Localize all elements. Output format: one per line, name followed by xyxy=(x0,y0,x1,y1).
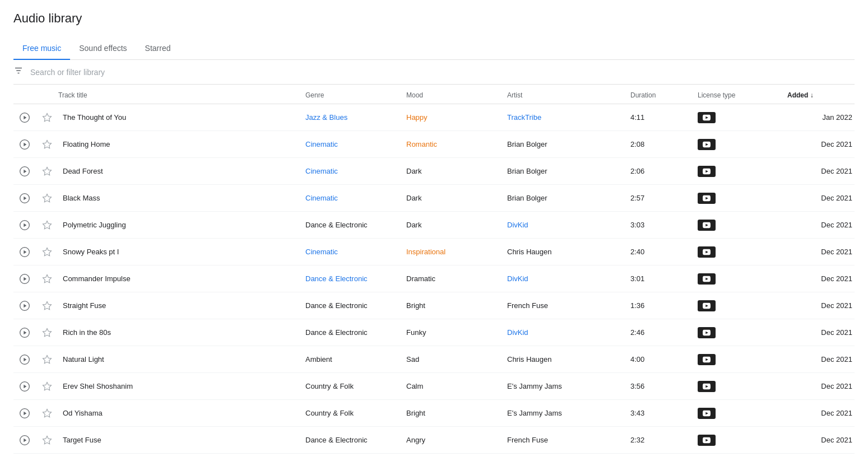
youtube-badge xyxy=(698,220,716,231)
track-title: Erev Shel Shoshanim xyxy=(58,382,305,390)
table-row: Commander Impulse Dance & Electronic Dra… xyxy=(13,265,855,292)
star-button[interactable] xyxy=(36,193,58,203)
star-button[interactable] xyxy=(36,328,58,338)
track-genre[interactable]: Cinematic xyxy=(305,248,406,256)
track-artist[interactable]: DivKid xyxy=(507,274,630,283)
table-row: Od Yishama Country & Folk Bright E's Jam… xyxy=(13,400,855,427)
play-button[interactable] xyxy=(13,220,36,231)
track-title: Straight Fuse xyxy=(58,301,305,310)
track-genre[interactable]: Cinematic xyxy=(305,194,406,202)
track-artist: French Fuse xyxy=(507,436,630,444)
svg-marker-23 xyxy=(43,274,52,282)
search-bar xyxy=(13,60,855,85)
track-genre[interactable]: Dance & Electronic xyxy=(305,274,406,283)
play-button[interactable] xyxy=(13,327,36,338)
track-added-date: Dec 2021 xyxy=(787,382,855,390)
table-row: The Thought of You Jazz & Blues Happy Tr… xyxy=(13,104,855,131)
track-mood: Bright xyxy=(406,301,507,310)
star-button[interactable] xyxy=(36,355,58,365)
play-button[interactable] xyxy=(13,166,36,177)
track-genre: Country & Folk xyxy=(305,409,406,417)
track-artist[interactable]: DivKid xyxy=(507,328,630,337)
svg-marker-41 xyxy=(43,436,52,444)
track-duration: 2:08 xyxy=(630,140,698,148)
track-added-date: Dec 2021 xyxy=(787,328,855,337)
track-added-date: Dec 2021 xyxy=(787,167,855,175)
tracks-list: The Thought of You Jazz & Blues Happy Tr… xyxy=(13,104,855,454)
search-input[interactable] xyxy=(30,68,855,77)
track-genre: Dance & Electronic xyxy=(305,436,406,444)
youtube-badge xyxy=(698,139,716,150)
star-button[interactable] xyxy=(36,408,58,418)
svg-marker-11 xyxy=(43,167,52,175)
star-button[interactable] xyxy=(36,301,58,311)
svg-marker-31 xyxy=(24,357,26,361)
play-button[interactable] xyxy=(13,246,36,258)
track-duration: 3:56 xyxy=(630,382,698,390)
track-added-date: Dec 2021 xyxy=(787,301,855,310)
track-license xyxy=(698,408,787,419)
tab-starred[interactable]: Starred xyxy=(136,37,180,59)
track-duration: 2:06 xyxy=(630,167,698,175)
table-row: Target Fuse Dance & Electronic Angry Fre… xyxy=(13,427,855,454)
track-artist[interactable]: TrackTribe xyxy=(507,113,630,122)
track-title: Natural Light xyxy=(58,355,305,364)
track-artist: Brian Bolger xyxy=(507,140,630,148)
svg-marker-37 xyxy=(24,411,26,415)
track-artist[interactable]: DivKid xyxy=(507,221,630,229)
star-button[interactable] xyxy=(36,274,58,284)
track-genre: Country & Folk xyxy=(305,382,406,390)
track-title: Rich in the 80s xyxy=(58,328,305,337)
track-duration: 4:11 xyxy=(630,113,698,122)
track-genre[interactable]: Jazz & Blues xyxy=(305,113,406,122)
track-mood: Funky xyxy=(406,328,507,337)
track-artist: E's Jammy Jams xyxy=(507,409,630,417)
star-button[interactable] xyxy=(36,113,58,123)
track-genre: Dance & Electronic xyxy=(305,301,406,310)
track-mood: Dark xyxy=(406,167,507,175)
play-button[interactable] xyxy=(13,112,36,123)
play-button[interactable] xyxy=(13,193,36,204)
svg-marker-29 xyxy=(43,328,52,336)
youtube-badge xyxy=(698,300,716,311)
col-mood: Mood xyxy=(406,91,507,99)
track-genre[interactable]: Cinematic xyxy=(305,140,406,148)
track-duration: 3:43 xyxy=(630,409,698,417)
play-button[interactable] xyxy=(13,354,36,365)
track-duration: 3:01 xyxy=(630,274,698,283)
track-title: Floating Home xyxy=(58,140,305,148)
play-button[interactable] xyxy=(13,435,36,446)
table-row: Polymetric Juggling Dance & Electronic D… xyxy=(13,212,855,239)
col-license-type: License type xyxy=(698,91,787,99)
tab-sound-effects[interactable]: Sound effects xyxy=(70,37,136,59)
track-mood: Dark xyxy=(406,221,507,229)
star-button[interactable] xyxy=(36,220,58,230)
star-button[interactable] xyxy=(36,247,58,257)
track-mood: Sad xyxy=(406,355,507,364)
track-duration: 4:00 xyxy=(630,355,698,364)
svg-marker-34 xyxy=(24,384,26,388)
play-button[interactable] xyxy=(13,300,36,311)
play-button[interactable] xyxy=(13,273,36,285)
svg-marker-19 xyxy=(24,250,26,254)
track-title: Black Mass xyxy=(58,194,305,202)
svg-marker-8 xyxy=(43,140,52,148)
track-artist: Chris Haugen xyxy=(507,355,630,364)
star-button[interactable] xyxy=(36,139,58,150)
play-button[interactable] xyxy=(13,408,36,419)
star-button[interactable] xyxy=(36,166,58,176)
track-added-date: Dec 2021 xyxy=(787,355,855,364)
play-button[interactable] xyxy=(13,381,36,392)
track-genre[interactable]: Cinematic xyxy=(305,167,406,175)
col-added: Added ↓ xyxy=(787,91,855,99)
filter-icon[interactable] xyxy=(13,66,24,78)
star-button[interactable] xyxy=(36,435,58,445)
youtube-badge xyxy=(698,381,716,392)
tab-free-music[interactable]: Free music xyxy=(13,37,70,59)
track-duration: 2:40 xyxy=(630,248,698,256)
track-added-date: Dec 2021 xyxy=(787,409,855,417)
track-license xyxy=(698,139,787,150)
svg-marker-20 xyxy=(43,248,52,255)
play-button[interactable] xyxy=(13,139,36,150)
star-button[interactable] xyxy=(36,381,58,392)
